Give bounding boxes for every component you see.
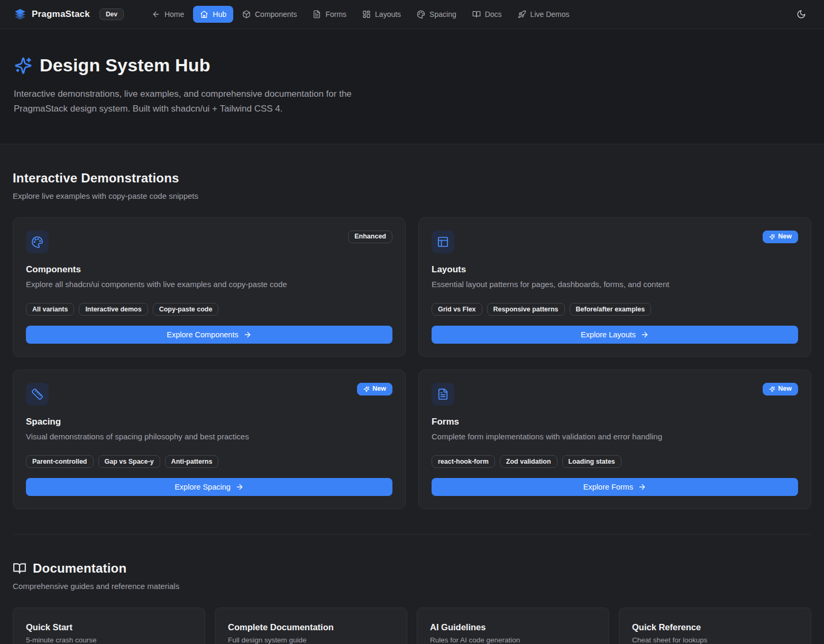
file-text-icon <box>432 383 454 406</box>
doc-card-description: Cheat sheet for lookups <box>632 636 798 644</box>
doc-card-description: Full design system guide <box>228 636 394 644</box>
button-label: Explore Components <box>167 330 238 339</box>
book-open-icon <box>13 562 26 575</box>
sparkles-icon <box>769 234 775 240</box>
tag-list: Parent-controlled Gap vs Space-y Anti-pa… <box>26 455 392 468</box>
button-label: Explore Layouts <box>581 330 636 339</box>
nav-item-components[interactable]: Components <box>235 6 304 23</box>
demo-card-layouts: New Layouts Essential layout patterns fo… <box>418 217 811 357</box>
docs-subheading: Comprehensive guides and reference mater… <box>13 582 811 591</box>
badge-label: New <box>372 385 386 393</box>
doc-card-title: AI Guidelines <box>430 622 596 632</box>
sparkles-icon <box>769 386 775 392</box>
tag: react-hook-form <box>432 455 495 468</box>
doc-card-description: 5-minute crash course <box>26 636 192 644</box>
arrow-right-icon <box>638 483 646 491</box>
explore-layouts-button[interactable]: Explore Layouts <box>432 326 798 344</box>
hero-section: Design System Hub Interactive demonstrat… <box>0 29 824 144</box>
doc-card-title: Quick Reference <box>632 622 798 632</box>
interactive-demos-section: Interactive Demonstrations Explore live … <box>13 144 811 509</box>
demo-card-grid: Enhanced Components Explore all shadcn/u… <box>13 217 811 509</box>
nav-item-label: Docs <box>485 10 502 19</box>
nav-item-label: Spacing <box>429 10 456 19</box>
page-title: Design System Hub <box>40 55 210 76</box>
card-description: Explore all shadcn/ui components with li… <box>26 280 392 289</box>
house-icon <box>200 10 208 19</box>
nav-item-label: Components <box>255 10 297 19</box>
nav-item-forms[interactable]: Forms <box>306 6 353 23</box>
nav-item-home[interactable]: Home <box>145 6 191 23</box>
badge-label: New <box>778 385 792 393</box>
arrow-right-icon <box>640 330 649 339</box>
nav-item-docs[interactable]: Docs <box>465 6 509 23</box>
card-title: Layouts <box>432 264 798 275</box>
doc-card-title: Complete Documentation <box>228 622 394 632</box>
explore-components-button[interactable]: Explore Components <box>26 326 392 344</box>
env-badge: Dev <box>99 8 124 20</box>
palette-icon <box>26 231 49 253</box>
tag: Copy-paste code <box>153 303 219 316</box>
theme-toggle-button[interactable] <box>792 5 810 23</box>
demos-heading: Interactive Demonstrations <box>13 171 811 186</box>
tag: Zod validation <box>500 455 557 468</box>
tag: Parent-controlled <box>26 455 94 468</box>
doc-card-title: Quick Start <box>26 622 192 632</box>
tag-list: All variants Interactive demos Copy-past… <box>26 303 392 316</box>
rocket-icon <box>518 10 526 19</box>
demos-subheading: Explore live examples with copy-paste co… <box>13 191 811 200</box>
tag: All variants <box>26 303 74 316</box>
nav-links: Home Hub Components Forms Layouts <box>145 6 576 23</box>
explore-spacing-button[interactable]: Explore Spacing <box>26 478 392 496</box>
nav-item-spacing[interactable]: Spacing <box>410 6 463 23</box>
doc-card-quick-reference[interactable]: Quick Reference Cheat sheet for lookups <box>619 608 811 644</box>
brand[interactable]: PragmaStack Dev <box>14 8 124 21</box>
panels-top-left-icon <box>432 231 454 253</box>
tag: Before/after examples <box>570 303 652 316</box>
tag: Interactive demos <box>79 303 148 316</box>
arrow-left-icon <box>152 10 160 19</box>
card-title: Forms <box>432 417 798 427</box>
nav-item-label: Hub <box>213 10 226 19</box>
layout-grid-icon <box>362 10 371 19</box>
brand-name: PragmaStack <box>32 9 90 20</box>
doc-card-ai-guidelines[interactable]: AI Guidelines Rules for AI code generati… <box>417 608 609 644</box>
tag-list: Grid vs Flex Responsive patterns Before/… <box>432 303 798 316</box>
nav-item-live-demos[interactable]: Live Demos <box>511 6 576 23</box>
explore-forms-button[interactable]: Explore Forms <box>432 478 798 496</box>
nav-item-layouts[interactable]: Layouts <box>355 6 408 23</box>
box-icon <box>242 10 251 19</box>
status-badge: New <box>763 383 798 395</box>
palette-icon <box>417 10 425 19</box>
layers-logo-icon <box>14 8 26 21</box>
top-navbar: PragmaStack Dev Home Hub Components Fo <box>0 0 824 29</box>
demo-card-forms: New Forms Complete form implementations … <box>418 370 811 509</box>
tag: Anti-patterns <box>165 455 219 468</box>
doc-card-complete-documentation[interactable]: Complete Documentation Full design syste… <box>215 608 407 644</box>
card-description: Complete form implementations with valid… <box>432 432 798 441</box>
demo-card-spacing: New Spacing Visual demonstrations of spa… <box>13 370 406 509</box>
card-title: Components <box>26 264 392 275</box>
nav-item-label: Forms <box>325 10 346 19</box>
status-badge: Enhanced <box>348 231 392 243</box>
documentation-section: Documentation Comprehensive guides and r… <box>13 535 811 644</box>
book-open-icon <box>472 10 481 19</box>
main-content: Interactive Demonstrations Explore live … <box>0 144 824 644</box>
page-description: Interactive demonstrations, live example… <box>14 87 402 116</box>
arrow-right-icon <box>235 483 244 491</box>
moon-icon <box>796 10 806 19</box>
file-text-icon <box>313 10 321 19</box>
demo-card-components: Enhanced Components Explore all shadcn/u… <box>13 217 406 357</box>
ruler-icon <box>26 383 49 406</box>
badge-label: New <box>778 233 792 241</box>
doc-card-description: Rules for AI code generation <box>430 636 596 644</box>
button-label: Explore Forms <box>583 483 633 491</box>
arrow-right-icon <box>243 330 252 339</box>
doc-card-quick-start[interactable]: Quick Start 5-minute crash course <box>13 608 205 644</box>
nav-item-hub[interactable]: Hub <box>193 6 233 23</box>
status-badge: New <box>357 383 392 395</box>
docs-card-grid: Quick Start 5-minute crash course Comple… <box>13 608 811 644</box>
sparkles-icon <box>363 386 370 392</box>
tag: Responsive patterns <box>487 303 565 316</box>
button-label: Explore Spacing <box>175 483 231 491</box>
tag: Grid vs Flex <box>432 303 482 316</box>
